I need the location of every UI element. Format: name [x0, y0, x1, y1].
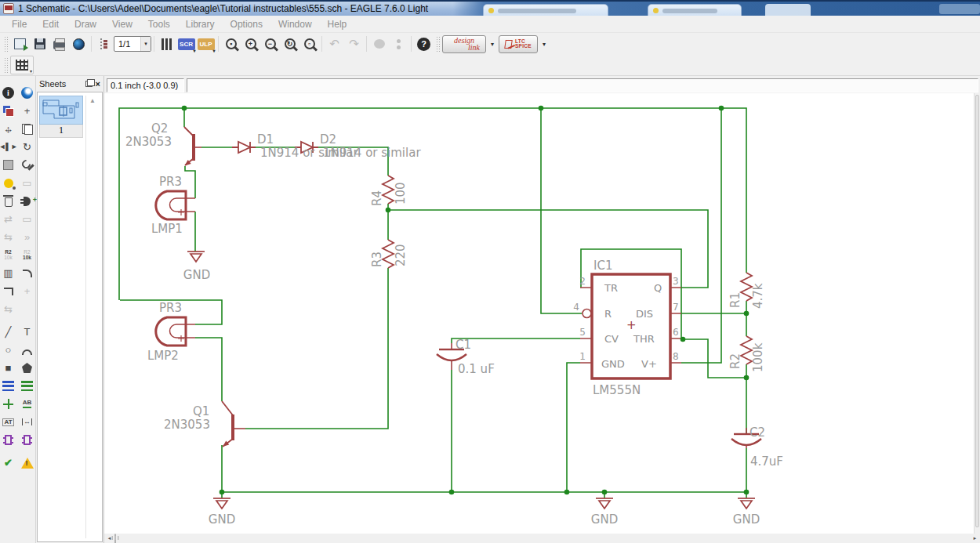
- component-r3[interactable]: [383, 240, 394, 268]
- rect-tool[interactable]: ■: [2, 361, 16, 375]
- gateswap-tool[interactable]: ⇆: [2, 230, 16, 244]
- switch-to-board-button[interactable]: [94, 34, 114, 53]
- dimension-tool[interactable]: ↔: [20, 415, 34, 429]
- float-panel-icon[interactable]: [85, 81, 93, 87]
- toolbar-drag-handle[interactable]: [4, 57, 8, 73]
- horizontal-scroll-thumb[interactable]: [114, 534, 116, 543]
- pinswap-tool[interactable]: ⇄: [2, 212, 16, 226]
- component-r4[interactable]: [383, 176, 394, 204]
- sheet-item-1[interactable]: 1: [39, 96, 83, 538]
- copy-tool[interactable]: [20, 122, 34, 136]
- info-tool[interactable]: i: [2, 86, 16, 100]
- delete-tool[interactable]: [2, 194, 16, 208]
- menu-edit[interactable]: Edit: [34, 16, 67, 32]
- move-tool[interactable]: ↔↕: [2, 122, 16, 136]
- net-tool[interactable]: [20, 379, 34, 393]
- arc-tool[interactable]: [20, 343, 34, 357]
- component-lmp1[interactable]: [156, 191, 195, 219]
- menu-options[interactable]: Options: [223, 16, 270, 32]
- cut-tool[interactable]: [2, 176, 16, 190]
- erc-tool[interactable]: ✔: [2, 456, 16, 470]
- menu-library[interactable]: Library: [178, 16, 223, 32]
- paste-tool[interactable]: ▭: [20, 176, 34, 190]
- schematic-canvas[interactable]: Q2 2N3053 D1 1N914 or similar D2 1N914 o…: [104, 93, 974, 534]
- sheets-scrollbar[interactable]: ▲: [85, 96, 99, 538]
- vertical-scrollbar[interactable]: [974, 93, 980, 534]
- component-d1[interactable]: [232, 142, 256, 153]
- save-button[interactable]: [30, 34, 49, 53]
- bus-tool[interactable]: [2, 379, 16, 393]
- layer-settings-button[interactable]: [157, 34, 176, 53]
- design-link-button[interactable]: design link: [442, 35, 486, 53]
- component-r1[interactable]: [741, 273, 752, 301]
- text-tool[interactable]: T: [20, 325, 34, 339]
- zoom-select-button[interactable]: ▫: [299, 34, 319, 53]
- undo-button[interactable]: ↶: [325, 34, 344, 53]
- replace-tool[interactable]: ▭: [20, 212, 34, 226]
- open-button[interactable]: [10, 34, 30, 53]
- title-bar[interactable]: 1 Schematic - C:\Users\Adeel\Documents\e…: [0, 0, 980, 16]
- zoom-fit-button[interactable]: ▪: [221, 34, 241, 53]
- polygon-tool[interactable]: [20, 361, 34, 375]
- invoke-tool[interactable]: +: [20, 284, 34, 299]
- component-r2[interactable]: [741, 336, 752, 364]
- components[interactable]: [156, 127, 761, 509]
- mark-tool[interactable]: +: [20, 104, 34, 118]
- menu-tools[interactable]: Tools: [140, 16, 178, 32]
- zoom-redraw-button[interactable]: ↻: [280, 34, 299, 53]
- zoom-out-button[interactable]: −: [260, 34, 280, 53]
- split-tool[interactable]: [2, 284, 16, 299]
- change-tool[interactable]: [20, 158, 34, 172]
- menu-view[interactable]: View: [104, 16, 140, 32]
- name-tool[interactable]: R210k: [2, 248, 16, 262]
- sheets-panel-header[interactable]: Sheets ×: [36, 76, 103, 92]
- toolbar-drag-handle[interactable]: [436, 36, 440, 52]
- scroll-right-icon[interactable]: ►: [970, 534, 980, 543]
- sheet-selector[interactable]: 1/1 ▾: [114, 36, 151, 52]
- attribute-tool[interactable]: AT: [2, 415, 16, 429]
- label-tool[interactable]: AB: [20, 397, 34, 411]
- grid-button[interactable]: ▾: [10, 56, 34, 74]
- menu-draw[interactable]: Draw: [67, 16, 104, 32]
- scroll-up-icon[interactable]: ▲: [89, 97, 96, 538]
- vertical-scroll-thumb[interactable]: [975, 95, 979, 527]
- run-ulp-button[interactable]: ULP▾: [196, 34, 216, 53]
- show-tool[interactable]: [20, 86, 34, 100]
- spare-tool[interactable]: [20, 302, 34, 317]
- menu-window[interactable]: Window: [270, 16, 320, 32]
- rotate-tool[interactable]: ↻: [20, 140, 34, 154]
- redo-button[interactable]: ↷: [344, 34, 364, 53]
- group-tool[interactable]: [2, 158, 16, 172]
- errors-tool[interactable]: !: [20, 456, 34, 470]
- design-link-dropdown[interactable]: ▾: [486, 35, 499, 52]
- smash-tool[interactable]: ▥: [2, 266, 16, 281]
- stop-button[interactable]: [369, 34, 389, 53]
- add-part-tool[interactable]: [20, 194, 34, 208]
- run-script-button[interactable]: SCR▾: [176, 34, 196, 53]
- port-tool[interactable]: [20, 433, 34, 447]
- component-q1[interactable]: [222, 401, 245, 447]
- mirror-tool[interactable]: ◄▌►: [2, 140, 16, 154]
- value-tool[interactable]: R210k: [20, 248, 34, 262]
- help-button[interactable]: ?: [414, 34, 434, 53]
- junction-tool[interactable]: [2, 397, 16, 411]
- menu-file[interactable]: File: [4, 16, 34, 32]
- zoom-in-button[interactable]: +: [241, 34, 260, 53]
- component-lmp2[interactable]: [156, 317, 195, 346]
- menu-help[interactable]: Help: [320, 16, 355, 32]
- go-button[interactable]: [389, 34, 408, 53]
- optimize-tool[interactable]: »: [20, 230, 34, 244]
- wire-tool[interactable]: ╱: [2, 325, 16, 339]
- ltc-spice-button[interactable]: LTCSPICE: [499, 35, 538, 53]
- optimize-wires-tool[interactable]: ⇆: [2, 302, 16, 317]
- close-panel-icon[interactable]: ×: [96, 80, 100, 89]
- module-tool[interactable]: [2, 433, 16, 447]
- print-button[interactable]: [49, 34, 69, 53]
- toolbar-drag-handle[interactable]: [4, 36, 8, 52]
- display-tool[interactable]: [2, 104, 16, 118]
- horizontal-scrollbar[interactable]: ◄ ►: [104, 534, 980, 543]
- command-input[interactable]: [187, 78, 978, 92]
- component-q2[interactable]: [184, 127, 201, 166]
- ltc-spice-dropdown[interactable]: ▾: [538, 35, 550, 52]
- cam-processor-button[interactable]: [69, 34, 89, 53]
